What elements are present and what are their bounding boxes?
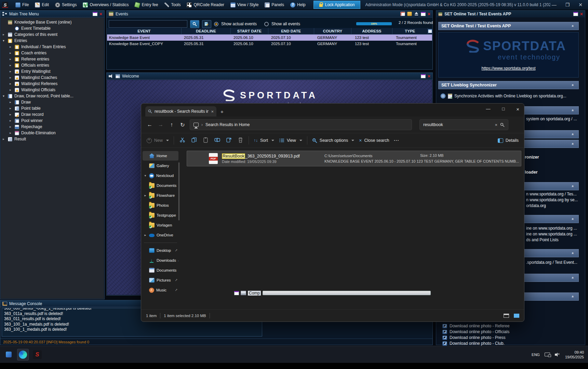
tree-item-draw-record[interactable]: ►Draw record	[8, 111, 104, 118]
sidebar-item-testgruppe[interactable]: Testgruppe	[143, 210, 178, 220]
tree-expand-arrow[interactable]: ►	[8, 101, 13, 104]
section-test-events-app[interactable]: SET Online Test / Test Events APP	[438, 22, 579, 30]
tree-close-button[interactable]	[99, 12, 102, 16]
tree-expand-arrow[interactable]: ►	[8, 107, 13, 110]
menu-item-view-style[interactable]: View / Style	[227, 1, 262, 9]
sort-button[interactable]: ↑↓ Sort	[254, 138, 274, 143]
menu-item-entry-fee[interactable]: Entry fee	[132, 1, 161, 9]
explorer-close-button[interactable]: ×	[516, 106, 519, 112]
column-header-country[interactable]: COUNTRY	[314, 28, 351, 34]
sidebar-scrollbar[interactable]	[178, 162, 179, 220]
tree-maximize-button[interactable]	[93, 12, 97, 16]
collapse-chevron-icon[interactable]	[570, 183, 576, 189]
explorer-file-area[interactable]: ResultBook_363_20250519_093913.pdf Date …	[180, 149, 524, 309]
radio-show-all-events[interactable]	[264, 22, 269, 26]
tree-expand-arrow[interactable]: ►	[8, 82, 13, 85]
section-liveblog-synchronizer[interactable]: SET Liveblog Synchronizer	[438, 81, 579, 89]
back-icon[interactable]: ←	[146, 122, 153, 128]
download-photo-item-press[interactable]: Download online photo - Press	[442, 335, 505, 340]
tree-expand-arrow[interactable]: ►	[8, 132, 13, 135]
tree-item-draw[interactable]: ►Draw	[8, 99, 104, 105]
download-photo-item-club[interactable]: Download online photo - Club.	[442, 341, 505, 346]
collapse-chevron-icon[interactable]	[570, 250, 576, 256]
events-search-button[interactable]	[190, 20, 199, 28]
partial-link-text[interactable]: ds and Point Lists	[526, 237, 559, 242]
paste-button[interactable]	[202, 137, 209, 144]
radio-show-actual-events[interactable]	[214, 22, 218, 26]
delete-button[interactable]	[237, 137, 244, 144]
address-bar[interactable]: Search Results in Home	[190, 119, 412, 130]
tree-item-entries[interactable]: ▼Entries	[1, 38, 104, 44]
sidebar-chevron-icon[interactable]: ▼	[144, 174, 147, 177]
taskbar-browser-icon[interactable]	[17, 349, 29, 360]
tree-item-categories-of-this-event[interactable]: ►Categories of this event	[1, 31, 104, 38]
details-view-icon[interactable]	[504, 314, 509, 318]
tree-item-waitinglist-referees[interactable]: ►Waitinglist Referees	[8, 81, 104, 87]
explorer-search-box[interactable]: resultbook	[419, 119, 508, 130]
liveblog-sync-row[interactable]: Synchronize Activities with Online Liveb…	[440, 93, 582, 99]
tree-item-result[interactable]: ►Result	[1, 136, 104, 142]
share-button[interactable]	[225, 137, 232, 144]
tree-item-waitinglist-officials[interactable]: ►Waitinglist Officials	[8, 87, 104, 93]
column-header-end-date[interactable]: END DATE	[268, 28, 314, 34]
comp-maximize-icon[interactable]	[234, 291, 239, 295]
forward-icon[interactable]: →	[157, 122, 164, 128]
column-header-deadline[interactable]: DEADLINE	[182, 28, 231, 34]
event-row-knowledge-base-event[interactable]: Knowledge Base Event2025.05.312025.06.10…	[107, 35, 432, 41]
events-close-button[interactable]	[428, 12, 430, 16]
collapse-chevron-icon[interactable]	[570, 108, 576, 113]
right-panel-maximize-button[interactable]	[573, 12, 578, 16]
explorer-tab[interactable]: resultbook - Search Results in	[145, 106, 216, 117]
sidebar-item-downloads[interactable]: Downloads	[143, 256, 178, 265]
menu-item-qrcode-reader[interactable]: QRCode Reader	[184, 1, 227, 9]
minimize-button[interactable]: —	[552, 2, 557, 8]
maximize-button[interactable]: ❐	[565, 2, 570, 8]
sportdata-test-link[interactable]: https://www.sportdata.org/test	[481, 66, 535, 71]
refresh-icon[interactable]: ↻	[179, 122, 186, 128]
table-edit-icon[interactable]	[400, 12, 405, 16]
new-tab-button[interactable]	[220, 109, 224, 114]
taskbar-clock[interactable]: 09:40 19/05/2025	[565, 350, 584, 359]
tree-expand-arrow[interactable]: ►	[8, 113, 13, 116]
sidebar-item-onedrive[interactable]: ►OneDrive	[143, 230, 178, 240]
sidebar-chevron-icon[interactable]: ►	[144, 194, 147, 197]
lock-application-button[interactable]: Lock Application	[313, 1, 361, 9]
collapse-chevron-icon[interactable]	[570, 132, 576, 137]
clear-search-icon[interactable]	[495, 122, 497, 127]
partial-link-text[interactable]: ortdata.org	[526, 203, 546, 208]
collapse-chevron-icon[interactable]	[570, 294, 576, 299]
cut-button[interactable]	[179, 137, 186, 144]
explorer-minimize-button[interactable]: —	[486, 106, 490, 112]
tree-item-event-timetable[interactable]: Event Timetable	[8, 25, 104, 31]
welcome-close-button[interactable]	[428, 74, 430, 78]
menu-item-help[interactable]: Help	[287, 1, 309, 9]
tree-expand-arrow[interactable]: ▼	[1, 95, 6, 98]
search-icon[interactable]	[500, 123, 505, 127]
folder-icon[interactable]	[407, 12, 412, 16]
collapse-chevron-icon[interactable]	[570, 275, 576, 281]
tree-expand-arrow[interactable]: ►	[8, 45, 13, 49]
tree-expand-arrow[interactable]: ►	[8, 52, 13, 55]
tree-item-pool-winner[interactable]: ►Pool winner	[8, 118, 104, 124]
tree-expand-arrow[interactable]: ►	[8, 64, 13, 67]
menu-item-settings[interactable]: Settings	[52, 1, 80, 9]
tree-expand-arrow[interactable]: ►	[8, 88, 13, 92]
tree-item-officials-entries[interactable]: ►Officials entries	[8, 62, 104, 68]
tree-item-draw-draw-record-point-table[interactable]: ▼Draw, Draw record, Point table...	[1, 93, 104, 99]
rename-button[interactable]: A	[214, 137, 220, 144]
sidebar-chevron-icon[interactable]: ►	[144, 234, 147, 237]
tree-expand-arrow[interactable]: ►	[1, 33, 6, 36]
tree-item-individual-team-entries[interactable]: ►Individual / Team Entries	[8, 44, 104, 50]
event-row-knowledge-base-event-copy[interactable]: Knowledge Base Event_COPY2025.05.312025.…	[107, 41, 432, 47]
sidebar-item-nextcloud[interactable]: ▼Nextcloud	[143, 171, 178, 180]
events-maximize-button[interactable]	[421, 12, 426, 16]
up-icon[interactable]: ↑	[168, 122, 175, 128]
download-photo-item-officials[interactable]: Download online photo - Officials	[442, 329, 509, 334]
tree-expand-arrow[interactable]: ►	[8, 70, 13, 73]
column-header-event[interactable]: EVENT	[107, 28, 182, 34]
tree-expand-arrow[interactable]: ▼	[1, 39, 6, 42]
partial-link-text[interactable]: n www.sportdata.org / Tes...	[526, 192, 577, 196]
partial-link-text[interactable]: ine on www.sportdata.org ...	[526, 232, 577, 236]
column-header-start-date[interactable]: START DATE	[231, 28, 268, 34]
close-button[interactable]: ✕	[578, 2, 583, 8]
